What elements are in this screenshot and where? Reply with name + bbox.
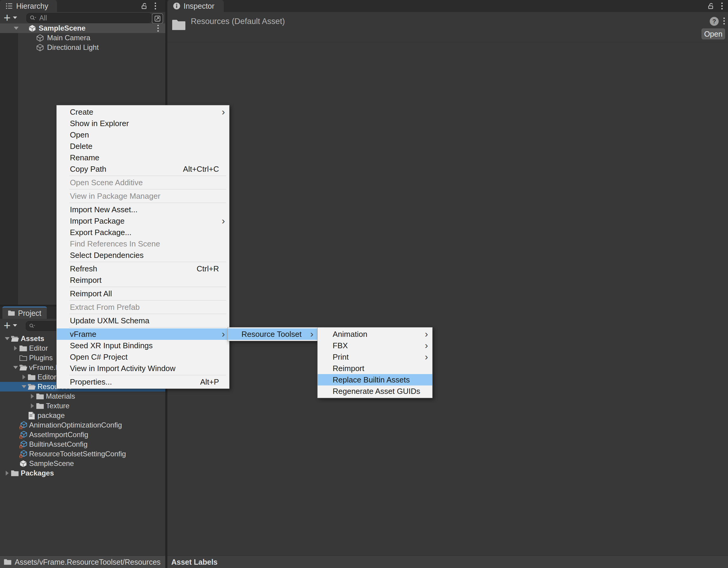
folder-icon — [4, 559, 12, 565]
menu-item-animation[interactable]: Animation› — [318, 329, 432, 340]
menu-item-label: Seed XR Input Bindings — [70, 341, 153, 350]
project-tree-item-builtinassetconfig[interactable]: {}BuiltinAssetConfig — [0, 440, 165, 449]
tab-inspector[interactable]: Inspector — [167, 0, 224, 12]
kebab-menu-icon[interactable] — [721, 2, 723, 10]
menu-item-reimport[interactable]: Reimport — [57, 274, 229, 286]
kebab-menu-icon[interactable] — [157, 24, 159, 32]
menu-item-fbx[interactable]: FBX› — [318, 340, 432, 351]
menu-item-label: FBX — [333, 341, 348, 350]
unity-scene-icon — [28, 24, 36, 32]
menu-item-view-in-package-manager[interactable]: View in Package Manager — [57, 190, 229, 202]
menu-item-copy-path[interactable]: Copy PathAlt+Ctrl+C — [57, 163, 229, 175]
project-tree-item-materials[interactable]: Materials — [0, 392, 165, 401]
menu-item-open[interactable]: Open — [57, 129, 229, 140]
inspector-panel: Inspector Resources (Default Asset) ? Op… — [167, 0, 728, 568]
hierarchy-scene-row[interactable]: SampleScene — [0, 23, 165, 33]
caret-down-icon — [13, 17, 17, 19]
menu-item-print[interactable]: Print› — [318, 351, 432, 363]
menu-item-extract-from-prefab[interactable]: Extract From Prefab — [57, 302, 229, 313]
menu-item-reimport-all[interactable]: Reimport All — [57, 288, 229, 299]
menu-item-create[interactable]: Create› — [57, 106, 229, 118]
project-tree-item-texture[interactable]: Texture — [0, 401, 165, 411]
menu-shortcut: Alt+P — [200, 376, 219, 388]
project-item-label: SampleScene — [29, 459, 74, 468]
menu-item-seed-xr-input-bindings[interactable]: Seed XR Input Bindings — [57, 340, 229, 351]
project-tree-item-packages[interactable]: Packages — [0, 468, 165, 478]
hierarchy-toolbar: + All — [0, 12, 165, 23]
search-placeholder: All — [39, 14, 47, 22]
asset-labels-bar[interactable]: Asset Labels — [167, 555, 728, 568]
project-tree-item-resourcetoolsetsettingconfig[interactable]: {}ResourceToolsetSettingConfig — [0, 449, 165, 459]
folder-icon — [8, 310, 15, 316]
menu-item-import-package[interactable]: Import Package› — [57, 215, 229, 227]
menu-item-label: Reimport — [70, 275, 101, 285]
disclosure-right-icon[interactable] — [29, 404, 36, 408]
svg-text:{}: {} — [19, 444, 23, 449]
project-tree-item-animationoptimizationconfig[interactable]: {}AnimationOptimizationConfig — [0, 420, 165, 430]
menu-item-refresh[interactable]: RefreshCtrl+R — [57, 263, 229, 274]
menu-item-resource-toolset[interactable]: Resource Toolset› — [228, 329, 318, 340]
menu-item-update-uxml-schema[interactable]: Update UXML Schema — [57, 315, 229, 326]
open-button[interactable]: Open — [702, 29, 725, 39]
project-item-label: Texture — [46, 402, 70, 410]
menu-item-view-in-import-activity-window[interactable]: View in Import Activity Window — [57, 363, 229, 374]
disclosure-right-icon[interactable] — [12, 346, 19, 351]
lock-icon[interactable] — [707, 2, 715, 10]
config-icon: {} — [19, 440, 27, 449]
float-window-button[interactable] — [152, 13, 163, 24]
folder-open-icon — [19, 364, 27, 372]
project-tree-item-assetimportconfig[interactable]: {}AssetImportConfig — [0, 430, 165, 440]
menu-item-regenerate-asset-guids[interactable]: Regenerate Asset GUIDs — [318, 386, 432, 397]
menu-item-import-new-asset[interactable]: Import New Asset... — [57, 204, 229, 215]
menu-item-open-scene-additive[interactable]: Open Scene Additive — [57, 177, 229, 188]
menu-item-delete[interactable]: Delete — [57, 140, 229, 152]
hierarchy-search-input[interactable]: All — [26, 13, 152, 23]
project-item-label: BuiltinAssetConfig — [29, 440, 88, 449]
kebab-menu-icon[interactable] — [154, 2, 157, 10]
hierarchy-item-directional-light[interactable]: Directional Light — [0, 43, 165, 52]
add-object-button[interactable]: + — [4, 12, 17, 23]
menu-item-label: Open Scene Additive — [70, 178, 143, 187]
info-icon — [173, 2, 181, 10]
menu-item-reimport[interactable]: Reimport — [318, 363, 432, 374]
menu-separator — [69, 375, 226, 375]
help-icon[interactable]: ? — [709, 16, 719, 26]
menu-item-export-package[interactable]: Export Package... — [57, 227, 229, 238]
menu-item-find-references-in-scene[interactable]: Find References In Scene — [57, 238, 229, 249]
disclosure-right-icon[interactable] — [4, 471, 11, 476]
kebab-menu-icon[interactable] — [723, 17, 725, 25]
resource-toolset-submenu: Animation›FBX›Print›ReimportReplace Buil… — [317, 327, 433, 398]
config-icon: {} — [19, 431, 27, 439]
project-tree-item-samplescene[interactable]: SampleScene — [0, 459, 165, 468]
submenu-arrow-icon: › — [310, 328, 313, 340]
disclosure-down-icon[interactable] — [4, 337, 11, 340]
disclosure-down-icon[interactable] — [14, 27, 19, 30]
menu-item-properties[interactable]: Properties...Alt+P — [57, 376, 229, 388]
hierarchy-item-main-camera[interactable]: Main Camera — [0, 33, 165, 43]
disclosure-down-icon[interactable] — [20, 385, 28, 388]
tab-project[interactable]: Project — [2, 307, 47, 319]
menu-item-open-c-project[interactable]: Open C# Project — [57, 351, 229, 363]
menu-item-select-dependencies[interactable]: Select Dependencies — [57, 249, 229, 261]
menu-item-show-in-explorer[interactable]: Show in Explorer — [57, 118, 229, 129]
project-tree-item-package[interactable]: package — [0, 411, 165, 420]
inspector-header: Resources (Default Asset) ? Open — [167, 12, 728, 42]
menu-item-label: Reimport All — [70, 289, 112, 298]
menu-item-replace-builtin-assets[interactable]: Replace Builtin Assets — [318, 374, 432, 386]
menu-item-rename[interactable]: Rename — [57, 152, 229, 163]
config-icon: {} — [19, 450, 27, 458]
menu-separator — [69, 327, 226, 328]
menu-separator — [69, 189, 226, 189]
disclosure-down-icon[interactable] — [12, 366, 19, 369]
tab-hierarchy[interactable]: Hierarchy — [0, 0, 57, 12]
submenu-arrow-icon: › — [222, 328, 225, 340]
folder-icon — [36, 402, 44, 410]
folder-empty-icon — [19, 354, 27, 362]
project-path-bar: Assets/vFrame.ResourceToolset/Resources — [0, 555, 165, 568]
menu-item-vframe[interactable]: vFrame› — [57, 329, 229, 340]
disclosure-right-icon[interactable] — [20, 375, 28, 380]
gameobject-name: Main Camera — [47, 34, 90, 42]
lock-icon[interactable] — [140, 2, 148, 10]
disclosure-right-icon[interactable] — [29, 394, 36, 399]
add-asset-button[interactable]: + — [4, 320, 17, 331]
